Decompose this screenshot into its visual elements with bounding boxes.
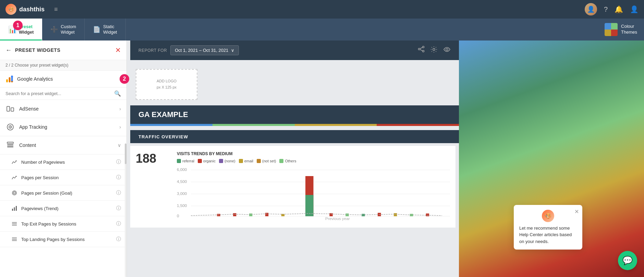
user-menu-icon[interactable]: 👤 — [630, 5, 639, 13]
legend-others: Others — [279, 159, 296, 163]
svg-rect-11 — [7, 145, 13, 146]
widget-pages-per-session[interactable]: Pages per Session ⓘ — [0, 170, 126, 185]
report-for-section: REPORT FOR Oct 1, 2021 – Oct 31, 2021 ∨ — [138, 45, 239, 55]
adsense-icon — [5, 104, 15, 114]
svg-rect-49 — [345, 213, 349, 216]
legend-none-color — [219, 159, 223, 163]
pageviews-trend-info-icon[interactable]: ⓘ — [116, 205, 121, 211]
svg-point-29 — [433, 48, 435, 50]
legend-email-color — [239, 159, 243, 163]
category-adsense[interactable]: AdSense › — [0, 100, 126, 118]
top-exit-pages-info-icon[interactable]: ⓘ — [116, 221, 121, 227]
search-icon[interactable]: 🔍 — [114, 90, 121, 97]
svg-text:3,000: 3,000 — [177, 192, 187, 196]
svg-rect-12 — [7, 147, 13, 148]
colour-strip-3 — [295, 124, 377, 126]
notification-icon[interactable]: 🔔 — [615, 5, 623, 13]
report-for-label: REPORT FOR — [138, 48, 167, 53]
help-icon[interactable]: ? — [604, 5, 608, 13]
report-container: REPORT FOR Oct 1, 2021 – Oct 31, 2021 ∨ — [127, 41, 459, 228]
app-logo[interactable]: 🎨 dashthis — [5, 4, 45, 15]
chart-title: VISITS TRENDS BY MEDIUM — [177, 151, 450, 156]
toolbar-item-preset-widget[interactable]: 1 📊 Preset Widget — [0, 19, 42, 41]
pages-per-session-goal-info-icon[interactable]: ⓘ — [116, 190, 121, 196]
main-content: REPORT FOR Oct 1, 2021 – Oct 31, 2021 ∨ — [127, 41, 644, 277]
content-icon — [5, 140, 15, 150]
pageviews-trend-icon — [11, 205, 18, 212]
visits-chart-svg: 6,000 4,500 3,000 1,500 0 — [177, 166, 450, 221]
top-landing-pages-info-icon[interactable]: ⓘ — [116, 236, 121, 242]
chat-bubble-icon: 💬 — [622, 256, 633, 265]
stat-number: 188 — [136, 151, 156, 165]
widget-top-landing-pages[interactable]: Top Landing Pages by Sessions ⓘ — [0, 232, 126, 247]
app-tracking-label: App Tracking — [19, 124, 47, 130]
content-label: Content — [19, 142, 36, 148]
sidebar-close-icon[interactable]: ✕ — [115, 46, 121, 54]
toolbar-item-custom-widget[interactable]: ➕ Custom Widget — [42, 19, 85, 41]
sidebar-header-left: ← PRESET WIDGETS — [5, 47, 60, 54]
svg-text:6,000: 6,000 — [177, 168, 187, 172]
category-content[interactable]: Content ∨ — [0, 136, 126, 154]
chat-tooltip-close[interactable]: ✕ — [574, 208, 579, 216]
category-app-tracking[interactable]: App Tracking › — [0, 118, 126, 136]
legend-not-set: (not set) — [257, 159, 276, 163]
search-input[interactable] — [5, 91, 114, 96]
top-landing-pages-label: Top Landing Pages by Sessions — [21, 237, 85, 242]
top-exit-pages-icon — [11, 220, 18, 227]
svg-rect-48 — [329, 213, 332, 216]
date-range-selector[interactable]: Oct 1, 2021 – Oct 31, 2021 ∨ — [170, 45, 239, 55]
legend-organic: organic — [198, 159, 216, 163]
app-tracking-icon — [5, 122, 15, 132]
app-name: dashthis — [19, 6, 45, 13]
source-label: Google Analytics — [17, 76, 53, 82]
section-label-text: TRAFFIC OVERVIEW — [138, 134, 188, 139]
avatar[interactable]: 👤 — [585, 3, 597, 15]
share-icon[interactable] — [418, 46, 425, 55]
logo-placeholder[interactable]: ADD LOGOpx X 125 px — [136, 69, 197, 100]
pages-per-session-goal-icon — [11, 189, 18, 196]
sidebar-title: PRESET WIDGETS — [15, 47, 60, 53]
hamburger-icon[interactable]: ≡ — [54, 6, 58, 13]
sidebar-source-google-analytics[interactable]: Google Analytics 2 — [0, 71, 126, 88]
svg-point-24 — [423, 46, 424, 48]
legend-email: email — [239, 159, 253, 163]
num-pageviews-info-icon[interactable]: ⓘ — [116, 159, 121, 165]
widget-top-exit-pages[interactable]: Top Exit Pages by Sessions ⓘ — [0, 216, 126, 232]
svg-point-25 — [418, 48, 420, 50]
top-landing-pages-icon — [11, 236, 18, 243]
widget-pageviews-trend[interactable]: Pageviews (Trend) ⓘ — [0, 201, 126, 216]
toolbar-item-static-widget[interactable]: 📄 Static Widget — [85, 19, 126, 41]
colour-strip-1 — [130, 124, 212, 126]
sidebar-scrollbar[interactable] — [125, 143, 126, 277]
colour-themes-button[interactable]: Colour Themes — [598, 19, 644, 41]
sidebar-back-icon[interactable]: ← — [5, 47, 12, 54]
static-widget-label: Static Widget — [103, 24, 117, 35]
widget-num-pageviews[interactable]: Number of Pageviews ⓘ — [0, 154, 126, 170]
category-content-left: Content — [5, 140, 36, 150]
sidebar-panel: ← PRESET WIDGETS ✕ 2 / 2 Choose your pre… — [0, 41, 127, 277]
static-widget-icon: 📄 — [93, 26, 100, 33]
svg-rect-4 — [11, 77, 13, 81]
pages-per-session-info-icon[interactable]: ⓘ — [116, 174, 121, 181]
svg-rect-44 — [233, 213, 236, 216]
svg-rect-54 — [426, 213, 429, 216]
preview-icon[interactable] — [443, 46, 451, 55]
svg-text:0: 0 — [177, 214, 179, 218]
chat-bubble-button[interactable]: 💬 — [618, 251, 637, 270]
legend-organic-color — [198, 159, 202, 163]
top-exit-pages-label: Top Exit Pages by Sessions — [21, 221, 76, 227]
category-adsense-left: AdSense — [5, 104, 39, 114]
legend-referral-color — [177, 159, 181, 163]
widget-pages-per-session-goal[interactable]: Pages per Session (Goal) ⓘ — [0, 185, 126, 201]
svg-point-9 — [10, 127, 11, 128]
report-actions — [418, 46, 451, 55]
svg-line-27 — [420, 47, 423, 49]
svg-rect-6 — [11, 108, 14, 111]
settings-icon[interactable] — [430, 46, 438, 55]
report-title: GA EXAMPLE — [138, 110, 188, 119]
chat-tooltip-logo: 🎨 — [542, 210, 554, 222]
nav-right: 👤 ? 🔔 👤 — [585, 3, 639, 15]
adsense-label: AdSense — [19, 106, 39, 112]
sidebar-header: ← PRESET WIDGETS ✕ — [0, 41, 126, 60]
ga-icon — [6, 75, 13, 83]
